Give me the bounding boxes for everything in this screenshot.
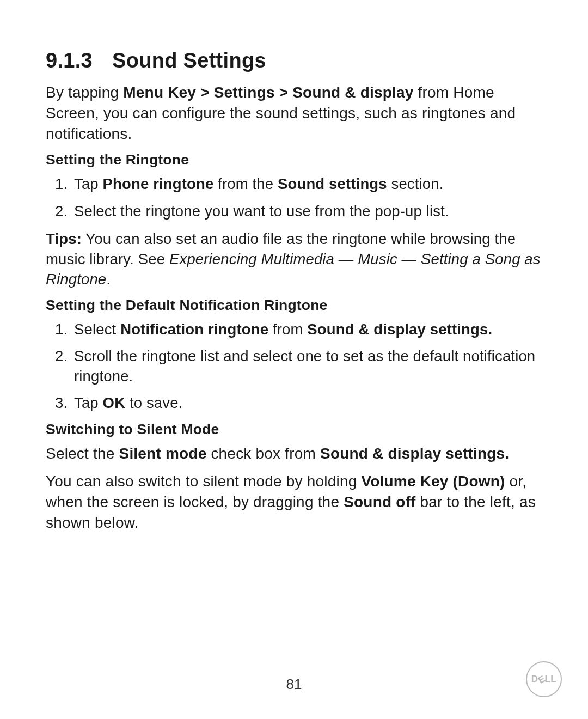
tips-paragraph: Tips: You can also set an audio file as … — [46, 229, 542, 289]
text-run: Tap — [74, 175, 103, 192]
bold-run: OK — [103, 394, 126, 411]
bold-run: Volume Key (Down) — [361, 473, 505, 490]
text-run: from the — [213, 175, 278, 192]
list-item: Tap OK to save. — [72, 393, 542, 413]
text-run: Select — [74, 321, 120, 338]
text-run: check box from — [206, 445, 320, 462]
subsection-heading-notification: Setting the Default Notification Rington… — [46, 297, 542, 314]
page-number: 81 — [0, 676, 588, 693]
document-page: 9.1.3 Sound Settings By tapping Menu Key… — [0, 0, 588, 719]
bold-run: Menu Key > Settings > Sound & display — [123, 84, 413, 101]
ringtone-steps: Tap Phone ringtone from the Sound settin… — [46, 174, 542, 221]
section-heading: 9.1.3 Sound Settings — [46, 49, 542, 72]
bold-run: Phone ringtone — [103, 175, 214, 192]
bold-run: Sound & display settings. — [320, 445, 509, 462]
bold-run: Sound off — [344, 493, 415, 510]
text-run: Tap — [74, 394, 103, 411]
dell-logo-circle: DELL — [526, 661, 562, 697]
text-run: Select the — [46, 445, 119, 462]
text-run: from — [268, 321, 307, 338]
text-run: Select the ringtone you want to use from… — [74, 203, 449, 220]
list-item: Select Notification ringtone from Sound … — [72, 319, 542, 339]
text-run: Scroll the ringtone list and select one … — [74, 348, 535, 385]
subsection-heading-ringtone: Setting the Ringtone — [46, 151, 542, 168]
bold-run: Notification ringtone — [120, 321, 268, 338]
text-run: to save. — [125, 394, 182, 411]
tips-label: Tips: — [46, 230, 82, 247]
subsection-heading-silent: Switching to Silent Mode — [46, 421, 542, 438]
bold-run: Sound settings — [278, 175, 387, 192]
text-run: By tapping — [46, 84, 123, 101]
text-run: You can also switch to silent mode by ho… — [46, 473, 361, 490]
list-item: Tap Phone ringtone from the Sound settin… — [72, 174, 542, 194]
silent-paragraph-2: You can also switch to silent mode by ho… — [46, 471, 542, 533]
section-title: Sound Settings — [112, 49, 266, 72]
list-item: Select the ringtone you want to use from… — [72, 201, 542, 221]
text-run: section. — [387, 175, 444, 192]
bold-run: Silent mode — [119, 445, 207, 462]
intro-paragraph: By tapping Menu Key > Settings > Sound &… — [46, 82, 542, 144]
bold-run: Sound & display settings. — [307, 321, 492, 338]
text-run: . — [106, 271, 111, 288]
notification-steps: Select Notification ringtone from Sound … — [46, 319, 542, 413]
section-number: 9.1.3 — [46, 49, 93, 72]
list-item: Scroll the ringtone list and select one … — [72, 346, 542, 386]
dell-logo-icon: DELL — [526, 661, 562, 697]
silent-paragraph-1: Select the Silent mode check box from So… — [46, 443, 542, 464]
